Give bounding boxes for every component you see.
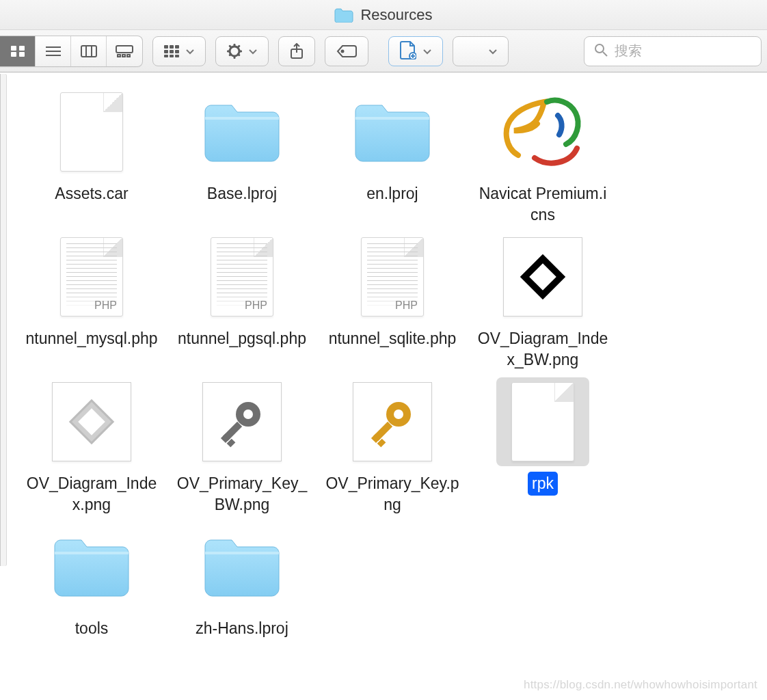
file-label: Navicat Premium.icns bbox=[471, 182, 615, 227]
dropdown-button[interactable] bbox=[453, 36, 509, 66]
svg-rect-20 bbox=[164, 55, 168, 57]
svg-rect-41 bbox=[355, 117, 429, 120]
file-label: OV_Diagram_Index.png bbox=[20, 472, 163, 517]
svg-point-49 bbox=[243, 409, 253, 419]
svg-rect-15 bbox=[170, 45, 174, 49]
file-item[interactable]: OV_Diagram_Index_BW.png bbox=[468, 232, 618, 372]
svg-rect-40 bbox=[205, 117, 279, 120]
svg-point-34 bbox=[342, 50, 344, 52]
svg-rect-59 bbox=[205, 552, 279, 554]
search-icon bbox=[594, 43, 608, 59]
folder-icon bbox=[201, 96, 283, 167]
generic-file-icon bbox=[60, 92, 123, 172]
svg-rect-11 bbox=[118, 55, 120, 57]
svg-rect-13 bbox=[127, 55, 130, 57]
svg-rect-12 bbox=[122, 55, 125, 57]
php-file-icon: PHP bbox=[60, 237, 123, 317]
image-thumbnail bbox=[202, 382, 282, 461]
toolbar bbox=[0, 30, 767, 72]
file-icon-box bbox=[196, 377, 288, 466]
file-icon-box bbox=[45, 88, 138, 176]
file-icon-box: PHP bbox=[45, 232, 138, 321]
folder-icon bbox=[334, 8, 353, 23]
arrange-button[interactable] bbox=[152, 36, 206, 66]
share-button[interactable] bbox=[278, 36, 315, 66]
folder-icon bbox=[51, 531, 133, 602]
svg-rect-21 bbox=[170, 55, 174, 57]
file-item[interactable]: Navicat Premium.icns bbox=[468, 88, 618, 227]
folder-icon bbox=[351, 96, 433, 167]
file-label: Assets.car bbox=[51, 182, 132, 206]
chevron-down-icon bbox=[249, 45, 257, 57]
file-label: ntunnel_pgsql.php bbox=[174, 327, 310, 351]
chevron-down-icon bbox=[423, 45, 431, 57]
file-item[interactable]: tools bbox=[16, 522, 167, 641]
svg-rect-19 bbox=[175, 50, 179, 53]
image-thumbnail bbox=[503, 237, 582, 317]
folder-icon bbox=[201, 531, 283, 602]
file-item[interactable]: en.lproj bbox=[317, 88, 468, 227]
file-item[interactable]: PHP ntunnel_mysql.php bbox=[16, 232, 167, 372]
php-file-icon: PHP bbox=[211, 237, 273, 317]
file-label: OV_Primary_Key.png bbox=[321, 472, 464, 517]
file-label: ntunnel_mysql.php bbox=[21, 327, 161, 351]
file-label: OV_Primary_Key_BW.png bbox=[170, 472, 314, 517]
file-label: rpk bbox=[528, 472, 558, 496]
icon-grid: Assets.car Base.lproj en.lproj Navicat P… bbox=[7, 72, 767, 700]
svg-rect-24 bbox=[234, 44, 236, 47]
window-titlebar: Resources bbox=[0, 0, 767, 30]
svg-point-38 bbox=[595, 44, 604, 53]
file-item[interactable]: PHP ntunnel_pgsql.php bbox=[167, 232, 317, 372]
chevron-down-icon bbox=[186, 45, 194, 57]
svg-rect-17 bbox=[164, 50, 168, 53]
svg-rect-18 bbox=[170, 50, 174, 53]
file-label: ntunnel_sqlite.php bbox=[325, 327, 461, 351]
file-icon-box bbox=[45, 377, 138, 466]
image-thumbnail bbox=[353, 382, 432, 461]
file-item[interactable]: PHP ntunnel_sqlite.php bbox=[317, 232, 468, 372]
file-icon-box bbox=[496, 377, 589, 466]
image-thumbnail bbox=[52, 382, 131, 461]
file-icon-box bbox=[196, 522, 288, 611]
file-item[interactable]: OV_Diagram_Index.png bbox=[16, 377, 167, 517]
column-view-button[interactable] bbox=[71, 36, 107, 66]
new-document-button[interactable] bbox=[388, 36, 443, 66]
generic-file-icon bbox=[511, 382, 574, 461]
navicat-icon bbox=[499, 92, 587, 172]
svg-point-54 bbox=[394, 409, 403, 419]
file-icon-box bbox=[496, 88, 589, 176]
svg-rect-10 bbox=[116, 46, 133, 53]
window-title: Resources bbox=[360, 6, 432, 24]
svg-rect-25 bbox=[234, 55, 236, 59]
file-icon-box: PHP bbox=[346, 232, 439, 321]
svg-rect-22 bbox=[175, 55, 179, 57]
list-view-button[interactable] bbox=[36, 36, 71, 66]
gallery-view-button[interactable] bbox=[107, 36, 142, 66]
file-label: tools bbox=[71, 617, 113, 641]
action-menu-button[interactable] bbox=[215, 36, 269, 66]
svg-rect-3 bbox=[19, 52, 25, 57]
file-item[interactable]: Base.lproj bbox=[167, 88, 317, 227]
tag-button[interactable] bbox=[325, 36, 368, 66]
svg-rect-2 bbox=[11, 52, 16, 57]
search-input[interactable] bbox=[615, 43, 751, 59]
file-icon-box: PHP bbox=[196, 232, 288, 321]
svg-rect-27 bbox=[239, 50, 242, 52]
sidebar-handle[interactable] bbox=[0, 74, 7, 566]
file-icon-box bbox=[496, 232, 589, 321]
svg-rect-26 bbox=[227, 50, 230, 52]
icon-view-button[interactable] bbox=[0, 36, 36, 66]
svg-rect-7 bbox=[81, 46, 96, 57]
file-label: OV_Diagram_Index_BW.png bbox=[471, 327, 615, 372]
file-icon-box bbox=[196, 88, 288, 176]
svg-rect-58 bbox=[55, 552, 129, 554]
search-field[interactable] bbox=[584, 36, 762, 66]
file-item[interactable]: Assets.car bbox=[16, 88, 167, 227]
file-item[interactable]: OV_Primary_Key.png bbox=[317, 377, 468, 517]
svg-rect-0 bbox=[11, 46, 16, 51]
file-label: zh-Hans.lproj bbox=[191, 617, 293, 641]
file-item[interactable]: zh-Hans.lproj bbox=[167, 522, 317, 641]
file-label: en.lproj bbox=[362, 182, 422, 206]
file-item[interactable]: OV_Primary_Key_BW.png bbox=[167, 377, 317, 517]
file-item[interactable]: rpk bbox=[468, 377, 618, 517]
